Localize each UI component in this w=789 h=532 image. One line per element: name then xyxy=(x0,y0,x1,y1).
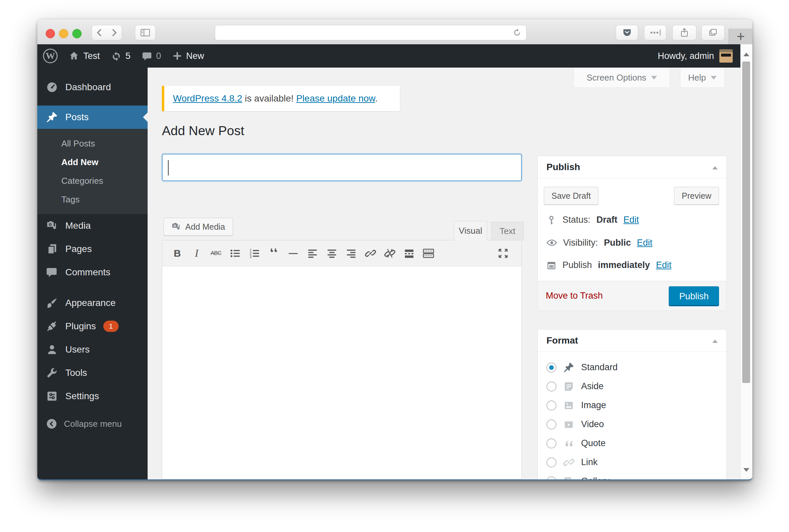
text-editor-tab[interactable]: Text xyxy=(491,222,524,240)
wordpress-version-link[interactable]: WordPress 4.8.2 xyxy=(173,93,242,103)
format-option-quote[interactable]: Quote xyxy=(538,434,726,453)
share-button[interactable] xyxy=(673,25,696,40)
zoom-window-button[interactable] xyxy=(72,29,81,38)
sidebar-item-tags[interactable]: Tags xyxy=(37,190,148,209)
italic-icon[interactable]: I xyxy=(187,245,206,262)
new-label: New xyxy=(186,51,204,61)
radio[interactable] xyxy=(547,476,556,480)
collapse-panel-icon[interactable] xyxy=(712,337,718,343)
screen-options-tab[interactable]: Screen Options xyxy=(573,68,670,88)
horizontal-rule-icon[interactable]: — xyxy=(283,245,303,262)
add-media-button[interactable]: Add Media xyxy=(164,218,233,236)
updates-menu[interactable]: 5 xyxy=(106,44,136,68)
move-to-trash-link[interactable]: Move to Trash xyxy=(546,291,603,301)
sidebar-item-users[interactable]: Users xyxy=(37,338,148,361)
wordpress-logo-icon: W xyxy=(43,49,58,63)
edit-status-link[interactable]: Edit xyxy=(623,215,639,225)
site-menu[interactable]: Test xyxy=(63,44,106,68)
radio[interactable] xyxy=(547,438,556,449)
collapse-panel-icon[interactable] xyxy=(712,164,718,169)
reload-icon[interactable] xyxy=(513,28,521,37)
save-draft-button[interactable]: Save Draft xyxy=(544,187,599,205)
publish-panel: Publish Save Draft Preview Status: Draft… xyxy=(537,156,727,311)
publish-panel-header[interactable]: Publish xyxy=(538,156,726,178)
format-option-image[interactable]: Image xyxy=(538,396,726,415)
show-tabs-button[interactable] xyxy=(701,25,725,40)
forward-button[interactable] xyxy=(107,25,122,40)
sidebar-item-plugins[interactable]: Plugins 1 xyxy=(37,315,148,338)
sidebar-item-tools[interactable]: Tools xyxy=(37,361,148,384)
format-panel-header[interactable]: Format xyxy=(538,329,726,352)
align-right-icon[interactable] xyxy=(342,245,361,262)
my-account-menu[interactable]: Howdy, admin xyxy=(658,49,741,62)
format-option-aside[interactable]: Aside xyxy=(538,377,726,396)
format-option-video[interactable]: Video xyxy=(538,415,726,434)
publish-button[interactable]: Publish xyxy=(669,286,719,306)
sidebar-item-media[interactable]: Media xyxy=(37,214,148,238)
bulleted-list-icon[interactable] xyxy=(225,245,245,262)
schedule-row: Publish immediately Edit xyxy=(547,260,672,270)
sidebar-toggle-button[interactable] xyxy=(135,25,155,40)
more-tag-icon[interactable] xyxy=(400,245,419,262)
scroll-down-arrow-icon[interactable] xyxy=(744,468,749,475)
plugins-update-badge: 1 xyxy=(103,321,118,332)
distraction-free-icon[interactable] xyxy=(493,245,513,262)
format-option-standard[interactable]: Standard xyxy=(538,358,726,377)
radio[interactable] xyxy=(547,381,556,392)
radio[interactable] xyxy=(547,457,556,468)
preview-button[interactable]: Preview xyxy=(674,187,719,205)
link-icon xyxy=(563,457,574,468)
format-option-link[interactable]: Link xyxy=(538,453,726,472)
tabs-overview-icon xyxy=(708,28,718,37)
sidebar-item-settings[interactable]: Settings xyxy=(37,384,148,408)
scrollbar-thumb[interactable] xyxy=(742,62,750,383)
sidebar-item-add-new[interactable]: Add New xyxy=(37,153,148,171)
remove-link-icon[interactable] xyxy=(380,245,400,262)
dashboard-gauge-icon xyxy=(46,81,58,93)
numbered-list-icon[interactable]: 123 xyxy=(245,245,264,262)
radio[interactable] xyxy=(547,419,556,430)
sidebar-item-all-posts[interactable]: All Posts xyxy=(37,134,148,153)
pages-icon xyxy=(46,243,58,255)
sidebar-item-posts[interactable]: Posts xyxy=(37,106,148,129)
home-icon xyxy=(69,51,79,61)
toolbar-toggle-icon[interactable] xyxy=(419,245,438,262)
blockquote-icon[interactable]: “ xyxy=(264,248,283,258)
post-editor: B I ABC 123 “ — xyxy=(162,240,522,479)
chevron-down-icon xyxy=(711,76,717,82)
minimize-window-button[interactable] xyxy=(59,29,68,38)
post-title-input[interactable] xyxy=(162,154,522,181)
visual-editor-tab[interactable]: Visual xyxy=(454,221,487,240)
wp-logo-menu[interactable]: W xyxy=(37,44,63,68)
scroll-up-arrow-icon[interactable] xyxy=(744,50,749,56)
help-tab[interactable]: Help xyxy=(680,68,725,88)
address-bar[interactable] xyxy=(215,25,527,40)
align-center-icon[interactable] xyxy=(322,245,342,262)
edit-visibility-link[interactable]: Edit xyxy=(637,238,653,248)
insert-link-icon[interactable] xyxy=(361,245,380,262)
sidebar-item-appearance[interactable]: Appearance xyxy=(37,291,148,315)
comments-menu[interactable]: 0 xyxy=(136,44,167,68)
sidebar-item-dashboard[interactable]: Dashboard xyxy=(37,76,148,99)
format-option-gallery[interactable]: Gallery xyxy=(538,472,726,479)
align-left-icon[interactable] xyxy=(303,245,322,262)
bold-icon[interactable]: B xyxy=(168,245,187,262)
sidebar-item-comments[interactable]: Comments xyxy=(37,261,148,284)
collapse-menu-button[interactable]: Collapse menu xyxy=(37,415,148,433)
update-now-link[interactable]: Please update now xyxy=(296,93,375,103)
edit-schedule-link[interactable]: Edit xyxy=(656,260,672,270)
radio-selected[interactable] xyxy=(547,363,556,373)
back-button[interactable] xyxy=(92,25,107,40)
pocket-button[interactable] xyxy=(616,25,638,40)
extensions-overflow-button[interactable] xyxy=(644,25,666,40)
strikethrough-icon[interactable]: ABC xyxy=(206,245,225,262)
editor-content-area[interactable] xyxy=(162,266,521,479)
close-window-button[interactable] xyxy=(45,29,55,38)
update-count: 5 xyxy=(126,51,131,61)
sidebar-item-pages[interactable]: Pages xyxy=(37,238,148,261)
page-scrollbar[interactable] xyxy=(740,44,752,479)
radio[interactable] xyxy=(547,400,556,411)
sidebar-item-categories[interactable]: Categories xyxy=(37,171,148,190)
new-tab-button[interactable]: + xyxy=(729,28,752,44)
new-content-menu[interactable]: New xyxy=(167,44,210,68)
